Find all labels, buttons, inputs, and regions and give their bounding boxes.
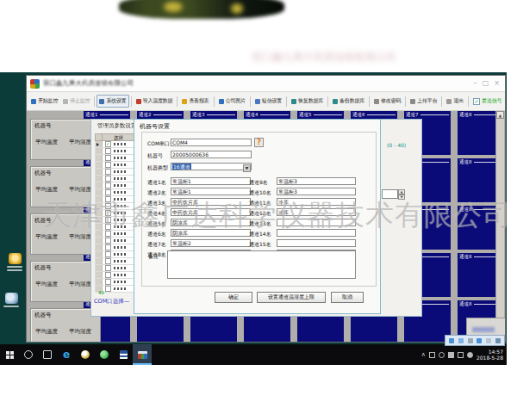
spinner-input[interactable] <box>382 189 398 199</box>
limit-spinner[interactable]: ▲ ▼ <box>382 189 405 199</box>
row-checkbox[interactable] <box>105 258 111 264</box>
row-checkbox[interactable] <box>105 210 111 216</box>
channel-name-input[interactable]: 中药饮片库 <box>171 198 251 206</box>
desktop-icon[interactable] <box>5 253 24 271</box>
edge-browser-button[interactable]: e <box>57 344 76 365</box>
send-signal-checkbox[interactable]: ✓ 发送信号 <box>470 95 504 108</box>
channel-name-input[interactable]: 常温柜1 <box>171 177 251 185</box>
toolbar-button-4[interactable]: 公司图片 <box>216 95 248 108</box>
com-port-input[interactable]: COM4 <box>171 139 252 146</box>
row-checkbox[interactable] <box>105 169 111 175</box>
tray-overflow-popup[interactable] <box>445 335 505 346</box>
close-icon[interactable]: × <box>494 80 500 87</box>
row-checkbox[interactable] <box>105 251 111 257</box>
row-checkbox[interactable] <box>105 272 111 278</box>
toolbar-button-8[interactable]: 修改密码 <box>371 95 403 108</box>
channel-name-input[interactable] <box>277 239 356 247</box>
toolbar-button-9[interactable]: 上传平台 <box>408 95 439 108</box>
set-channel-limits-button[interactable]: 设置通道温湿度上限 <box>257 292 326 303</box>
admin-grid-row[interactable] <box>95 189 135 196</box>
row-checkbox[interactable] <box>105 265 111 271</box>
channel-name-input[interactable]: 常温柜2 <box>171 239 251 247</box>
chevron-down-icon[interactable]: ▼ <box>243 164 251 172</box>
desktop-icon[interactable] <box>2 293 21 307</box>
row-checkbox[interactable] <box>105 238 111 244</box>
minimize-icon[interactable]: – <box>474 80 477 87</box>
admin-grid-row[interactable] <box>95 251 135 258</box>
admin-grid-row[interactable] <box>95 176 135 182</box>
app-button[interactable] <box>95 344 114 365</box>
channel-name-input[interactable]: 常温柜3 <box>277 177 356 185</box>
admin-grid-row[interactable] <box>95 272 135 279</box>
row-checkbox[interactable] <box>105 182 111 188</box>
channel-name-input[interactable]: 中药饮片库 <box>171 208 251 216</box>
row-checkbox[interactable] <box>105 148 111 154</box>
admin-grid-row[interactable] <box>95 203 135 210</box>
admin-grid-row[interactable] <box>95 244 135 251</box>
tray-popup-icon[interactable] <box>449 338 454 343</box>
admin-grid-row[interactable] <box>95 210 135 217</box>
channel-name-input[interactable]: 阴凉库 <box>171 219 251 226</box>
task-view-button[interactable] <box>38 344 57 365</box>
spinner-down-icon[interactable]: ▼ <box>398 195 405 200</box>
tray-settings-icon[interactable] <box>467 352 473 358</box>
note-textarea[interactable] <box>167 250 356 279</box>
admin-grid-row[interactable] <box>95 279 135 286</box>
toolbar-button-7[interactable]: 备份数据库 <box>330 95 367 108</box>
tray-popup-icon[interactable] <box>477 338 482 343</box>
channel-name-input[interactable]: 常温柜3 <box>277 188 356 195</box>
row-checkbox[interactable] <box>105 176 111 182</box>
monitor-app-button[interactable] <box>133 344 152 365</box>
toolbar-button-2[interactable]: 导入温度数据 <box>134 95 176 108</box>
row-checkbox[interactable] <box>105 189 111 195</box>
row-checkbox[interactable] <box>105 162 111 168</box>
start-button[interactable] <box>0 344 19 365</box>
cancel-button[interactable]: 取消 <box>331 292 364 303</box>
maximize-icon[interactable]: □ <box>483 80 489 87</box>
toolbar-button-3[interactable]: 查看报表 <box>179 95 211 108</box>
row-checkbox[interactable] <box>105 196 111 202</box>
tray-volume-icon[interactable] <box>448 352 454 358</box>
admin-grid-row[interactable] <box>95 238 135 244</box>
document-app-button[interactable] <box>114 344 133 365</box>
admin-grid-row[interactable] <box>95 224 135 231</box>
row-checkbox[interactable] <box>105 231 111 237</box>
taskbar-clock[interactable]: 14:57 2018-5-28 <box>477 349 503 361</box>
titlebar[interactable]: 营口鑫九乘大药房连锁有限公司 – □ × <box>27 76 505 92</box>
admin-grid-row[interactable] <box>95 148 135 155</box>
admin-grid-row[interactable] <box>95 196 135 203</box>
row-checkbox[interactable] <box>105 286 111 292</box>
tray-popup-icon[interactable] <box>495 338 501 343</box>
tray-folder-icon[interactable] <box>429 352 435 358</box>
tray-network-icon[interactable] <box>439 352 445 358</box>
channel-name-input[interactable]: 冷库 <box>277 208 356 216</box>
row-checkbox[interactable] <box>105 155 111 161</box>
search-button[interactable] <box>19 344 38 365</box>
toolbar-button-5[interactable]: 短信设置 <box>252 95 284 108</box>
row-checkbox[interactable] <box>105 203 111 209</box>
vertical-scrollbar[interactable]: ▲ ▼ <box>495 111 504 343</box>
machine-type-select[interactable]: 16通道 <box>171 163 252 170</box>
tray-chevron-icon[interactable]: ∧ <box>421 351 426 358</box>
channel-name-input[interactable] <box>277 219 356 226</box>
toolbar-button-1[interactable]: 系统设置 <box>97 95 128 108</box>
tray-input-icon[interactable] <box>458 352 464 358</box>
row-checkbox[interactable]: ✓ <box>105 141 111 147</box>
admin-grid-row[interactable] <box>95 162 135 169</box>
row-checkbox[interactable] <box>105 244 111 250</box>
channel-name-input[interactable]: 冷库 <box>277 198 356 206</box>
admin-grid-row[interactable] <box>95 169 135 176</box>
channel-name-input[interactable]: 阴凉库 <box>171 229 251 237</box>
ok-button[interactable]: 确定 <box>215 292 252 303</box>
tray-popup-icon[interactable] <box>468 338 473 343</box>
scroll-up-icon[interactable]: ▲ <box>496 111 504 119</box>
admin-grid-row[interactable] <box>95 265 135 272</box>
start-monitor-button[interactable]: 开始监控 <box>28 95 60 108</box>
row-checkbox[interactable] <box>105 279 111 285</box>
row-checkbox[interactable] <box>105 224 111 230</box>
tray-popup-icon[interactable] <box>458 338 464 343</box>
toolbar-button-10[interactable]: 退出 <box>444 95 466 108</box>
channel-name-input[interactable]: 常温柜1 <box>171 188 251 195</box>
help-button[interactable]: ? <box>254 138 264 147</box>
admin-grid-row[interactable] <box>95 182 135 189</box>
